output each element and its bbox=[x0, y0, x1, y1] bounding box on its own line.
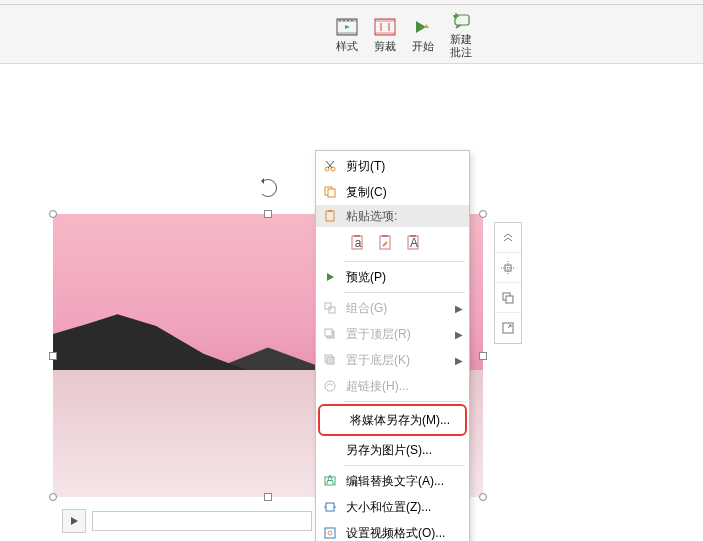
svg-rect-23 bbox=[506, 296, 513, 303]
selection-handle[interactable] bbox=[49, 210, 57, 218]
crop-button[interactable]: 剪裁 bbox=[366, 8, 404, 60]
ribbon: 样式 剪裁 开始 新建 批注 bbox=[0, 0, 703, 64]
svg-text:A: A bbox=[410, 236, 418, 250]
menu-group: 组合(G) ▶ bbox=[316, 295, 469, 321]
filmstrip-icon bbox=[336, 16, 358, 38]
clipboard-text-icon: A bbox=[405, 234, 423, 252]
style-button[interactable]: 样式 bbox=[328, 8, 366, 60]
menu-cut-label: 剪切(T) bbox=[346, 158, 463, 175]
selection-handle[interactable] bbox=[264, 210, 272, 218]
menu-size-position[interactable]: 大小和位置(Z)... bbox=[316, 494, 469, 520]
crop-icon bbox=[374, 16, 396, 38]
selection-handle[interactable] bbox=[49, 352, 57, 360]
menu-video-format[interactable]: 设置视频格式(O)... bbox=[316, 520, 469, 541]
format-icon bbox=[320, 523, 340, 541]
svg-marker-42 bbox=[327, 273, 334, 281]
svg-rect-52 bbox=[326, 503, 334, 511]
expand-icon bbox=[501, 321, 515, 335]
svg-marker-14 bbox=[424, 24, 429, 28]
submenu-arrow-icon: ▶ bbox=[455, 329, 463, 340]
selection-handle[interactable] bbox=[479, 493, 487, 501]
size-icon bbox=[320, 497, 340, 517]
selection-handle[interactable] bbox=[479, 352, 487, 360]
play-icon bbox=[320, 267, 340, 287]
menu-send-back: 置于底层(K) ▶ bbox=[316, 347, 469, 373]
svg-text:A: A bbox=[326, 474, 334, 487]
alt-text-icon: A bbox=[320, 471, 340, 491]
menu-preview[interactable]: 预览(P) bbox=[316, 264, 469, 290]
new-comment-button[interactable]: 新建 批注 bbox=[442, 8, 480, 60]
ribbon-video-group: 样式 剪裁 开始 新建 批注 bbox=[328, 8, 480, 60]
copy-icon bbox=[320, 182, 340, 202]
svg-rect-31 bbox=[328, 189, 335, 197]
start-label: 开始 bbox=[412, 40, 434, 53]
slide-canvas: 剪切(T) 复制(C) 粘贴选项: a A 预览(P) 组合(G) ▶ 置于顶层 bbox=[0, 64, 703, 541]
clipboard-a-icon: a bbox=[349, 234, 367, 252]
svg-rect-48 bbox=[327, 357, 334, 364]
crop-label: 剪裁 bbox=[374, 40, 396, 53]
group-icon bbox=[320, 298, 340, 318]
play-icon bbox=[69, 516, 79, 526]
menu-edit-alt-text[interactable]: A 编辑替换文字(A)... bbox=[316, 468, 469, 494]
svg-marker-7 bbox=[345, 25, 350, 29]
menu-copy[interactable]: 复制(C) bbox=[316, 179, 469, 205]
context-menu: 剪切(T) 复制(C) 粘贴选项: a A 预览(P) 组合(G) ▶ 置于顶层 bbox=[315, 150, 470, 541]
submenu-arrow-icon: ▶ bbox=[455, 355, 463, 366]
clipboard-brush-icon bbox=[377, 234, 395, 252]
collapse-up-button[interactable] bbox=[495, 223, 521, 253]
svg-point-49 bbox=[325, 381, 335, 391]
align-center-icon bbox=[501, 261, 515, 275]
comment-plus-icon bbox=[450, 9, 472, 31]
svg-rect-32 bbox=[326, 211, 334, 221]
paste-option-merge[interactable] bbox=[374, 231, 398, 255]
menu-send-back-label: 置于底层(K) bbox=[346, 352, 449, 369]
svg-point-56 bbox=[328, 531, 332, 535]
svg-rect-55 bbox=[325, 528, 335, 538]
expand-button[interactable] bbox=[495, 313, 521, 343]
rotate-handle[interactable] bbox=[259, 179, 277, 197]
paste-options: a A bbox=[316, 227, 469, 259]
selection-handle[interactable] bbox=[479, 210, 487, 218]
svg-point-3 bbox=[339, 19, 341, 21]
paste-option-text[interactable]: A bbox=[402, 231, 426, 255]
menu-cut[interactable]: 剪切(T) bbox=[316, 153, 469, 179]
menu-preview-label: 预览(P) bbox=[346, 269, 463, 286]
svg-rect-44 bbox=[329, 307, 335, 313]
menu-alt-text-label: 编辑替换文字(A)... bbox=[346, 473, 463, 490]
submenu-arrow-icon: ▶ bbox=[455, 303, 463, 314]
menu-paste-header: 粘贴选项: bbox=[316, 205, 469, 227]
align-button[interactable] bbox=[495, 253, 521, 283]
progress-track[interactable] bbox=[92, 511, 312, 531]
menu-hyperlink-label: 超链接(H)... bbox=[346, 378, 463, 395]
menu-save-media-as[interactable]: 将媒体另存为(M)... bbox=[318, 404, 467, 436]
svg-marker-13 bbox=[416, 21, 426, 33]
clipboard-icon bbox=[320, 206, 340, 226]
menu-save-media-label: 将媒体另存为(M)... bbox=[350, 412, 459, 429]
svg-rect-2 bbox=[337, 32, 357, 35]
start-button[interactable]: 开始 bbox=[404, 8, 442, 60]
svg-rect-46 bbox=[325, 329, 332, 336]
svg-point-6 bbox=[351, 19, 353, 21]
menu-hyperlink: 超链接(H)... bbox=[316, 373, 469, 399]
arrange-icon bbox=[501, 291, 515, 305]
menu-save-as-picture[interactable]: 另存为图片(S)... bbox=[316, 437, 469, 463]
selection-handle[interactable] bbox=[264, 493, 272, 501]
paste-option-keep-source[interactable]: a bbox=[346, 231, 370, 255]
svg-rect-37 bbox=[380, 236, 390, 249]
menu-copy-label: 复制(C) bbox=[346, 184, 463, 201]
chevron-up-double-icon bbox=[502, 232, 514, 244]
video-play-bar bbox=[62, 509, 312, 533]
svg-text:a: a bbox=[355, 236, 362, 250]
style-label: 样式 bbox=[336, 40, 358, 53]
paste-header-label: 粘贴选项: bbox=[346, 208, 469, 225]
play-button[interactable] bbox=[62, 509, 86, 533]
menu-size-label: 大小和位置(Z)... bbox=[346, 499, 463, 516]
arrange-button[interactable] bbox=[495, 283, 521, 313]
bring-front-icon bbox=[320, 324, 340, 344]
link-icon bbox=[320, 376, 340, 396]
svg-rect-33 bbox=[328, 210, 332, 212]
send-back-icon bbox=[320, 350, 340, 370]
selection-handle[interactable] bbox=[49, 493, 57, 501]
svg-rect-10 bbox=[375, 32, 395, 35]
svg-rect-9 bbox=[375, 19, 395, 22]
